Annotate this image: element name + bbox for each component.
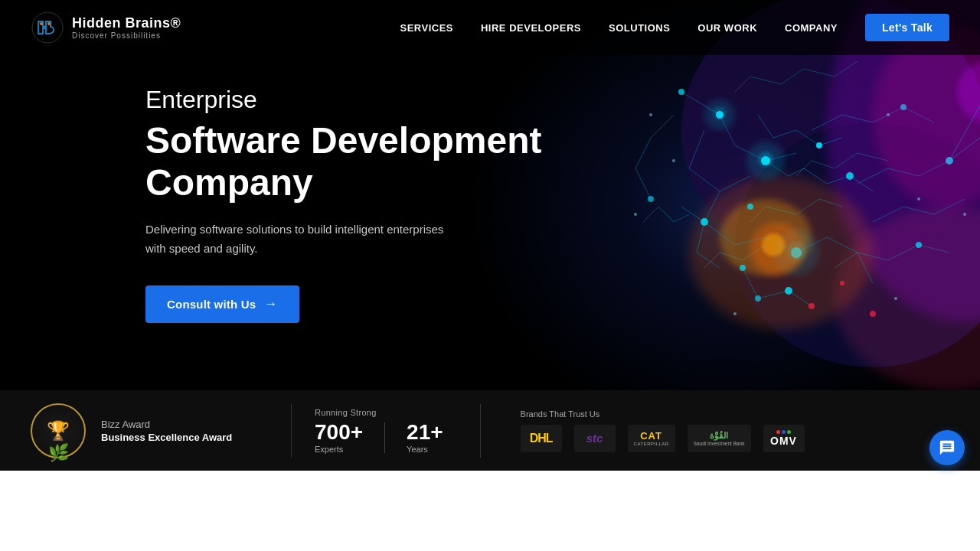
svg-point-47 (870, 311, 876, 317)
stats-brands-area: Running Strong 700+ Experts 21+ Years Br… (292, 404, 980, 458)
brand-cat: CAT CATERPILLAR (628, 425, 675, 452)
svg-point-26 (916, 242, 922, 248)
svg-point-54 (963, 213, 966, 216)
award-trophy-icon: 🏆 🌿 (31, 403, 86, 458)
hero-section: Enterprise Software DevelopmentCompany D… (0, 0, 980, 471)
svg-point-48 (649, 113, 652, 116)
svg-point-29 (755, 295, 761, 302)
brands-logos: DHL stc CAT CATERPILLAR (521, 425, 805, 452)
award-title: Bizz Award (101, 419, 232, 430)
logo-tagline: Discover Possibilities (72, 31, 181, 40)
laurel-icon: 🌿 (48, 443, 69, 463)
nav-our-work[interactable]: OUR WORK (697, 22, 757, 34)
omv-dots (776, 430, 791, 434)
omv-wrapper: OMV (770, 430, 797, 447)
nav-hire-developers[interactable]: HIRE DEVELOPERS (481, 22, 581, 34)
arrow-icon: → (263, 296, 277, 312)
svg-point-0 (32, 12, 63, 43)
stat-divider (384, 422, 385, 453)
navbar: Hidden Brains® Discover Possibilities SE… (0, 0, 980, 55)
dot-red (776, 430, 780, 434)
svg-point-18 (846, 172, 854, 180)
hero-description: Delivering software solutions to build i… (145, 220, 467, 259)
divider-stats-brands (480, 404, 481, 458)
stat-experts: 700+ Experts (315, 422, 363, 454)
stc-text: stc (586, 432, 603, 445)
brand-omv: OMV (763, 425, 805, 452)
dhl-text: DHL (530, 432, 553, 445)
svg-point-49 (672, 159, 675, 162)
stats-numbers: 700+ Experts 21+ Years (315, 422, 443, 454)
svg-point-2 (40, 22, 43, 25)
svg-point-52 (887, 113, 890, 116)
nav-company[interactable]: COMPANY (785, 22, 838, 34)
logo-icon (31, 11, 64, 44)
logo[interactable]: Hidden Brains® Discover Possibilities (31, 11, 181, 44)
stat-years: 21+ Years (407, 422, 443, 454)
saib-english: Saudi Investment Bank (694, 441, 745, 446)
svg-point-45 (808, 303, 815, 309)
svg-point-16 (701, 218, 708, 226)
chat-bubble-button[interactable] (929, 430, 965, 465)
svg-point-51 (733, 312, 737, 315)
svg-point-1 (47, 22, 51, 25)
svg-point-55 (894, 297, 897, 300)
nav-solutions[interactable]: SOLUTIONS (609, 22, 670, 34)
lets-talk-button[interactable]: Let's Talk (865, 14, 949, 41)
dot-green (787, 430, 791, 434)
svg-point-19 (747, 204, 753, 210)
experts-value: 700+ (315, 422, 363, 443)
brand-saib: القُوَّة Saudi Investment Bank (688, 425, 751, 452)
dot-blue (782, 430, 786, 434)
brand-dhl: DHL (521, 425, 562, 452)
hero-title: Software DevelopmentCompany (145, 119, 541, 204)
stats-section: Running Strong 700+ Experts 21+ Years (315, 408, 462, 454)
years-label: Years (407, 445, 443, 454)
experts-label: Experts (315, 445, 363, 454)
saib-wrapper: القُوَّة Saudi Investment Bank (694, 431, 745, 446)
logo-name: Hidden Brains® (72, 15, 181, 31)
svg-point-28 (648, 196, 654, 202)
brands-label: Brands That Trust Us (521, 409, 805, 419)
svg-point-30 (746, 142, 785, 180)
running-strong-label: Running Strong (315, 408, 443, 417)
svg-point-53 (917, 197, 920, 201)
svg-point-21 (740, 265, 746, 271)
cat-text: CAT (640, 430, 662, 442)
hero-content: Enterprise Software DevelopmentCompany D… (145, 84, 541, 323)
svg-point-27 (678, 89, 684, 95)
years-value: 21+ (407, 422, 443, 443)
cat-wrapper: CAT CATERPILLAR (634, 430, 669, 446)
below-hero-section (0, 471, 980, 551)
consult-label: Consult with Us (167, 298, 256, 311)
award-subtitle: Business Excellence Award (101, 432, 232, 443)
brands-section: Brands That Trust Us DHL stc CAT CATER (499, 409, 805, 452)
bottom-bar: 🏆 🌿 Bizz Award Business Excellence Award… (0, 390, 980, 471)
logo-text: Hidden Brains® Discover Possibilities (72, 15, 181, 40)
award-text: Bizz Award Business Excellence Award (101, 419, 232, 443)
svg-point-46 (840, 281, 844, 285)
svg-point-20 (785, 287, 792, 295)
svg-point-34 (762, 233, 785, 256)
nav-links: SERVICES HIRE DEVELOPERS SOLUTIONS OUR W… (400, 14, 949, 41)
svg-point-31 (704, 99, 735, 130)
caterpillar-text: CATERPILLAR (634, 442, 669, 446)
consult-button[interactable]: Consult with Us → (145, 285, 299, 323)
svg-point-50 (634, 213, 637, 216)
brand-stc: stc (574, 425, 616, 452)
hero-subtitle: Enterprise (145, 84, 541, 116)
omv-text: OMV (770, 435, 797, 447)
nav-services[interactable]: SERVICES (400, 22, 453, 34)
saib-arabic: القُوَّة (710, 431, 728, 441)
award-section: 🏆 🌿 Bizz Award Business Excellence Award (0, 403, 291, 458)
svg-point-17 (816, 142, 822, 148)
chat-icon (939, 439, 956, 456)
